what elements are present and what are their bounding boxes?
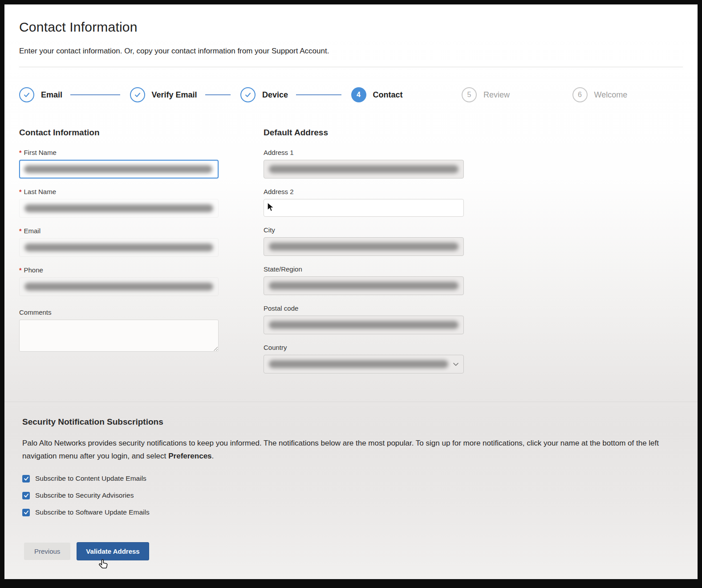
step-label: Welcome <box>594 90 628 100</box>
country-field: Country <box>264 344 464 373</box>
step-connector <box>205 94 231 95</box>
required-marker: * <box>19 149 21 156</box>
postal-code-input[interactable] <box>264 316 464 334</box>
checkbox-row-software-updates[interactable]: Subscribe to Software Update Emails <box>22 508 680 516</box>
checkbox-checked-icon[interactable] <box>22 492 30 499</box>
step-number: 5 <box>462 87 477 102</box>
previous-button[interactable]: Previous <box>24 543 70 560</box>
address2-field: Address 2 <box>264 188 464 217</box>
form-area: Contact Information * First Name * Last … <box>19 128 683 383</box>
redacted-value <box>24 204 213 212</box>
check-icon <box>130 87 145 102</box>
validate-address-button[interactable]: Validate Address <box>77 542 149 560</box>
phone-field: * Phone <box>19 266 219 296</box>
required-marker: * <box>19 227 21 235</box>
redacted-value <box>269 243 459 251</box>
address2-input[interactable] <box>264 199 464 217</box>
checkbox-label: Subscribe to Software Update Emails <box>35 508 150 516</box>
city-label: City <box>264 226 464 234</box>
page-title: Contact Information <box>19 20 683 35</box>
redacted-value <box>269 165 459 173</box>
country-select[interactable] <box>264 355 464 373</box>
checkbox-label: Subscribe to Content Update Emails <box>35 474 146 483</box>
phone-label: * Phone <box>19 266 219 274</box>
step-contact[interactable]: 4 Contact <box>351 87 462 102</box>
check-icon <box>19 87 34 102</box>
first-name-field: * First Name <box>19 149 219 178</box>
checkbox-checked-icon[interactable] <box>22 509 30 516</box>
phone-input[interactable] <box>19 277 219 296</box>
email-field: * Email <box>19 227 219 257</box>
redacted-value <box>269 321 459 329</box>
postal-code-label: Postal code <box>264 304 464 312</box>
required-marker: * <box>19 267 21 274</box>
city-input[interactable] <box>264 237 464 256</box>
contact-section-heading: Contact Information <box>19 128 219 138</box>
address1-field: Address 1 <box>264 149 464 178</box>
step-number: 6 <box>572 87 588 102</box>
comments-textarea[interactable] <box>19 320 219 352</box>
required-marker: * <box>19 188 21 195</box>
checkbox-row-content-updates[interactable]: Subscribe to Content Update Emails <box>22 474 680 483</box>
default-address-section: Default Address Address 1 Address 2 City <box>264 128 464 383</box>
address2-label: Address 2 <box>264 188 464 195</box>
step-connector <box>70 94 120 95</box>
first-name-input[interactable] <box>19 160 219 178</box>
redacted-value <box>24 283 213 291</box>
last-name-field: * Last Name <box>19 188 219 218</box>
step-label: Review <box>483 90 510 100</box>
redacted-value <box>24 243 213 251</box>
country-label: Country <box>264 344 464 351</box>
address1-label: Address 1 <box>264 149 464 156</box>
step-label: Device <box>262 90 288 100</box>
first-name-label: * First Name <box>19 149 219 156</box>
email-input[interactable] <box>19 238 219 257</box>
state-region-field: State/Region <box>264 265 464 295</box>
step-label: Contact <box>373 90 403 100</box>
step-label: Verify Email <box>152 90 197 100</box>
step-label: Email <box>41 90 62 100</box>
state-region-label: State/Region <box>264 265 464 273</box>
subscriptions-heading: Security Notification Subscriptions <box>22 417 680 427</box>
step-number: 4 <box>351 87 366 102</box>
redacted-value <box>269 360 448 368</box>
last-name-input[interactable] <box>19 199 219 218</box>
step-verify-email[interactable]: Verify Email <box>130 87 241 102</box>
wizard-stepper: Email Verify Email Device 4 Contact 5 Re… <box>19 86 683 104</box>
redacted-value <box>24 165 212 173</box>
step-device[interactable]: Device <box>240 87 351 102</box>
checkbox-label: Subscribe to Security Advisories <box>35 491 134 499</box>
checkbox-row-security-advisories[interactable]: Subscribe to Security Advisories <box>22 491 680 499</box>
address-section-heading: Default Address <box>264 128 464 138</box>
step-connector <box>411 94 452 95</box>
step-connector <box>296 94 341 95</box>
page-subtitle: Enter your contact information. Or, copy… <box>19 47 683 56</box>
postal-code-field: Postal code <box>264 304 464 334</box>
state-region-input[interactable] <box>264 276 464 295</box>
wizard-page: Contact Information Enter your contact i… <box>4 4 698 579</box>
address1-input[interactable] <box>264 160 464 178</box>
wizard-actions: Previous Validate Address <box>24 542 680 571</box>
contact-info-section: Contact Information * First Name * Last … <box>19 128 219 383</box>
subscription-checkboxes: Subscribe to Content Update Emails Subsc… <box>22 474 680 516</box>
chevron-down-icon <box>453 360 459 368</box>
email-label: * Email <box>19 227 219 235</box>
comments-label: Comments <box>19 308 219 316</box>
redacted-value <box>269 282 459 290</box>
subscriptions-description: Palo Alto Networks provides security not… <box>22 437 680 462</box>
city-field: City <box>264 226 464 256</box>
checkbox-checked-icon[interactable] <box>22 475 30 483</box>
last-name-label: * Last Name <box>19 188 219 195</box>
header-divider <box>19 67 683 67</box>
check-icon <box>240 87 256 102</box>
step-email[interactable]: Email <box>19 87 130 102</box>
step-connector <box>518 94 562 95</box>
page-header: Contact Information Enter your contact i… <box>4 4 698 56</box>
step-welcome[interactable]: 6 Welcome <box>572 87 683 102</box>
subscriptions-section: Security Notification Subscriptions Palo… <box>4 401 698 571</box>
comments-field: Comments <box>19 308 219 352</box>
step-review[interactable]: 5 Review <box>462 87 572 102</box>
